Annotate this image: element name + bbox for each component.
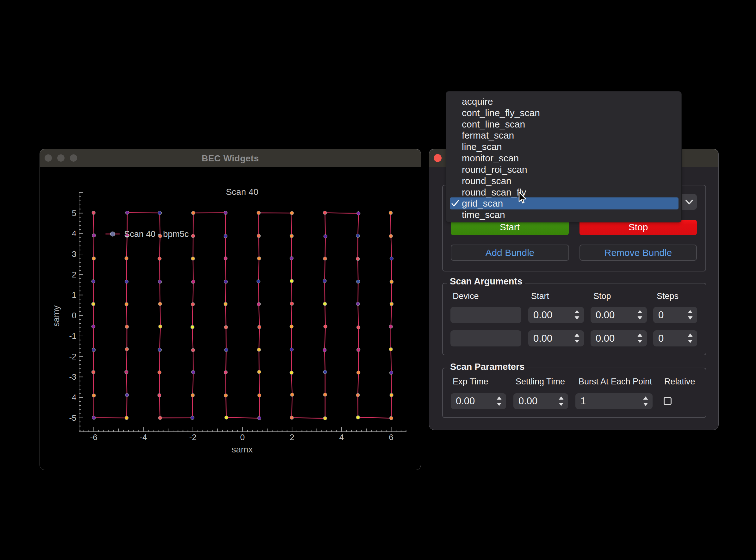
svg-text:2: 2 (290, 433, 294, 442)
svg-text:samy: samy (52, 305, 61, 326)
svg-text:-3: -3 (69, 372, 76, 382)
svg-text:3: 3 (72, 249, 76, 259)
svg-text:6: 6 (389, 433, 393, 442)
svg-text:-4: -4 (69, 393, 76, 402)
svg-text:Scan 40 - bpm5c: Scan 40 - bpm5c (124, 229, 189, 239)
svg-text:Scan 40: Scan 40 (226, 187, 259, 197)
svg-text:-5: -5 (69, 413, 76, 423)
svg-text:1: 1 (72, 290, 76, 300)
svg-text:samx: samx (231, 444, 253, 454)
svg-text:0: 0 (240, 433, 245, 442)
svg-text:-6: -6 (90, 433, 98, 442)
svg-text:5: 5 (72, 208, 76, 218)
svg-text:-2: -2 (189, 433, 197, 442)
svg-text:0: 0 (72, 311, 76, 320)
svg-text:2: 2 (72, 270, 76, 279)
svg-text:-4: -4 (140, 433, 147, 442)
svg-text:-1: -1 (69, 331, 76, 341)
svg-text:4: 4 (72, 229, 76, 238)
svg-text:-2: -2 (69, 352, 76, 361)
svg-text:4: 4 (340, 433, 344, 442)
